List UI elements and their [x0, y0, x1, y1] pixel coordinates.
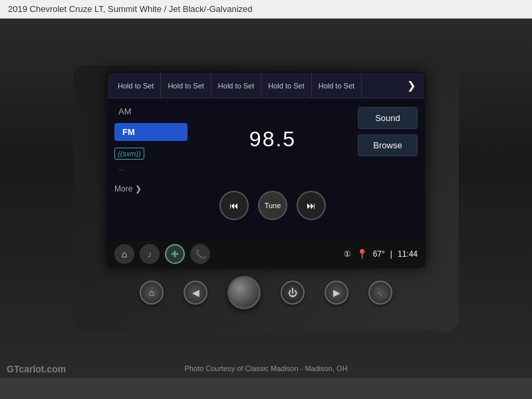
preset-4[interactable]: Hold to Set — [261, 73, 311, 98]
home-button[interactable]: ⌂ — [114, 244, 134, 264]
prev-track-button[interactable]: ⏮ — [219, 191, 249, 220]
home-hw-button[interactable]: ⌂ — [140, 281, 164, 305]
preset-2[interactable]: Hold to Set — [161, 73, 211, 98]
sxm-logo[interactable]: ((sxm)) — [114, 148, 188, 160]
time-display: 11:44 — [398, 249, 418, 259]
preset-1[interactable]: Hold to Set — [111, 73, 161, 98]
main-content-area: AM FM ((sxm)) ··· More ❯ 98.5 ⏮ — [108, 98, 424, 241]
dots-button[interactable]: ··· — [114, 164, 188, 176]
more-button[interactable]: More ❯ — [114, 184, 188, 194]
power-icon: ⏻ — [288, 287, 297, 298]
status-bar: ⌂ ♪ ✚ 📞 ① 📍 67°| 11:44 — [108, 241, 424, 267]
next-track-button[interactable]: ⏭ — [297, 191, 326, 220]
prev-track-icon: ⏮ — [229, 200, 239, 211]
center-display-panel: 98.5 ⏮ Tune ⏭ — [194, 104, 351, 236]
home-hw-icon: ⌂ — [149, 287, 154, 298]
preset-bar: Hold to Set Hold to Set Hold to Set Hold… — [108, 73, 424, 98]
hardware-controls: ⌂ ◀ ⏻ ▶ 📞 — [80, 276, 452, 309]
signal-number: ① — [344, 249, 351, 259]
tune-button[interactable]: Tune — [258, 191, 287, 220]
phone-button[interactable]: 📞 — [190, 244, 210, 264]
sxm-label: ((sxm)) — [114, 148, 144, 160]
music-button[interactable]: ♪ — [140, 244, 160, 264]
infotainment-screen: Hold to Set Hold to Set Hold to Set Hold… — [106, 72, 426, 268]
apps-icon: ✚ — [171, 249, 179, 259]
power-button[interactable]: ⏻ — [281, 281, 305, 305]
phone-icon: 📞 — [195, 249, 206, 259]
home-icon: ⌂ — [122, 249, 127, 259]
temperature-display: 67° — [373, 249, 385, 259]
phone-hw-button[interactable]: 📞 — [368, 281, 392, 305]
action-buttons-panel: Sound Browse — [358, 104, 418, 236]
music-icon: ♪ — [148, 249, 152, 259]
preset-3[interactable]: Hold to Set — [211, 73, 261, 98]
apps-button[interactable]: ✚ — [165, 244, 185, 264]
back-hw-icon: ◀ — [192, 287, 200, 298]
sound-button[interactable]: Sound — [358, 107, 418, 129]
frequency-display: 98.5 — [249, 127, 296, 152]
forward-hw-icon: ▶ — [333, 287, 340, 298]
fm-button[interactable]: FM — [114, 123, 188, 141]
next-track-icon: ⏭ — [307, 200, 316, 211]
photo-credit: Photo Courtesy of Classic Madison - Madi… — [184, 364, 347, 372]
back-hw-button[interactable]: ◀ — [184, 281, 207, 305]
playback-controls: ⏮ Tune ⏭ — [219, 191, 326, 220]
phone-hw-icon: 📞 — [375, 287, 386, 298]
watermark: GTcarlot.com — [7, 364, 66, 374]
am-button[interactable]: AM — [114, 104, 188, 119]
dashboard-surround: Hold to Set Hold to Set Hold to Set Hold… — [73, 65, 459, 331]
car-interior: Hold to Set Hold to Set Hold to Set Hold… — [0, 19, 532, 378]
preset-next-arrow[interactable]: ❯ — [402, 76, 421, 94]
browse-button[interactable]: Browse — [358, 134, 418, 156]
volume-knob[interactable] — [227, 276, 261, 309]
band-selector-panel: AM FM ((sxm)) ··· More ❯ — [114, 104, 188, 236]
tune-label: Tune — [265, 201, 281, 209]
forward-hw-button[interactable]: ▶ — [325, 281, 348, 305]
preset-5[interactable]: Hold to Set — [312, 73, 362, 98]
status-right-group: ① 📍 67°| 11:44 — [344, 249, 418, 259]
navigation-icon: 📍 — [356, 249, 368, 259]
page-header: 2019 Chevrolet Cruze LT, Summit White / … — [0, 0, 532, 19]
page-title: 2019 Chevrolet Cruze LT, Summit White / … — [8, 4, 253, 14]
